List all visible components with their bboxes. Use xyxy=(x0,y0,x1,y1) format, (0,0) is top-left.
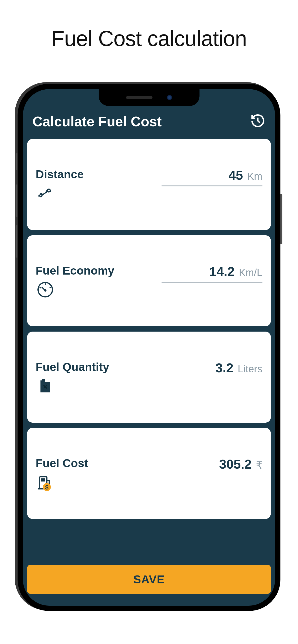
distance-label: Distance xyxy=(36,168,84,181)
cost-unit: ₹ xyxy=(256,459,262,471)
distance-card: Distance xyxy=(27,139,271,230)
notch xyxy=(99,89,199,106)
svg-point-8 xyxy=(44,289,47,292)
volume-down-button xyxy=(16,225,18,258)
economy-label: Fuel Economy xyxy=(36,264,114,277)
volume-up-button xyxy=(16,184,18,217)
phone-screen: Calculate Fuel Cost Distance xyxy=(23,89,275,606)
power-button xyxy=(280,194,282,244)
economy-input[interactable]: 14.2 xyxy=(209,264,234,279)
distance-underline xyxy=(162,186,262,186)
speaker xyxy=(126,96,152,99)
svg-text:$: $ xyxy=(45,484,49,491)
cost-card: Fuel Cost $ xyxy=(27,428,271,519)
mute-switch xyxy=(16,153,18,170)
svg-line-7 xyxy=(50,287,51,288)
economy-unit: Km/L xyxy=(239,267,262,278)
phone-frame: Calculate Fuel Cost Distance xyxy=(18,84,280,611)
distance-input[interactable]: 45 xyxy=(228,168,243,182)
app-title: Calculate Fuel Cost xyxy=(33,113,162,130)
economy-card: Fuel Economy xyxy=(27,235,271,326)
cost-value: 305.2 xyxy=(219,457,251,472)
history-icon[interactable] xyxy=(250,113,266,130)
economy-underline xyxy=(162,282,262,283)
gauge-icon xyxy=(36,280,114,300)
front-camera xyxy=(167,95,172,100)
svg-rect-9 xyxy=(42,379,45,381)
svg-line-6 xyxy=(40,287,41,288)
svg-point-1 xyxy=(40,195,42,196)
page-title: Fuel Cost calculation xyxy=(0,0,298,51)
save-button[interactable]: SAVE xyxy=(27,565,271,594)
quantity-value: 3.2 xyxy=(215,360,233,375)
distance-icon xyxy=(36,184,84,204)
cards-container: Distance xyxy=(23,139,275,519)
fuel-pump-icon: $ xyxy=(36,473,88,493)
svg-point-3 xyxy=(48,190,50,192)
jerrycan-icon xyxy=(36,376,109,396)
quantity-label: Fuel Quantity xyxy=(36,360,109,374)
svg-rect-13 xyxy=(41,478,45,481)
quantity-card: Fuel Quantity 3.2 Liters xyxy=(27,332,271,422)
distance-unit: Km xyxy=(247,170,262,182)
cost-label: Fuel Cost xyxy=(36,457,88,470)
quantity-unit: Liters xyxy=(238,363,262,375)
